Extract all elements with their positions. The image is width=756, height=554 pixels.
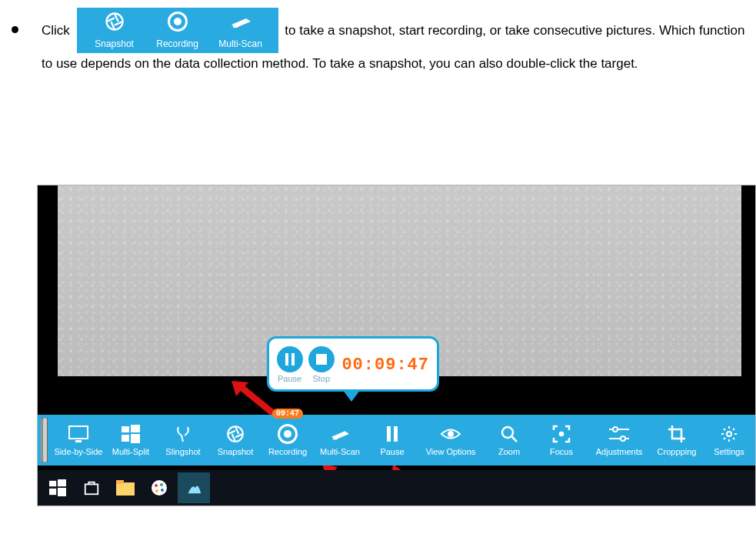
- paint-taskbar-icon[interactable]: [144, 472, 175, 503]
- svg-rect-27: [85, 484, 98, 494]
- pause-button[interactable]: Pause: [366, 415, 418, 466]
- slingshot-button[interactable]: Slingshot: [157, 415, 209, 466]
- start-button[interactable]: [42, 472, 73, 503]
- bullet: [12, 26, 18, 33]
- svg-rect-3: [291, 353, 295, 365]
- cropping-button[interactable]: Croppping: [651, 415, 703, 466]
- camera-aperture-icon: [104, 10, 125, 33]
- inline-recording-button[interactable]: Recording: [146, 10, 209, 53]
- magnifier-icon: [500, 422, 518, 446]
- pause-label: Pause: [380, 447, 404, 456]
- pause-icon: [277, 346, 303, 372]
- svg-rect-13: [387, 426, 391, 442]
- svg-rect-24: [58, 479, 66, 486]
- preview-thumbnail[interactable]: [41, 418, 48, 462]
- svg-point-22: [727, 432, 731, 436]
- windows-taskbar: [38, 470, 755, 506]
- multi-split-button[interactable]: Multi-Split: [105, 415, 157, 466]
- popup-stop-button[interactable]: Stop: [305, 346, 337, 383]
- explorer-taskbar-icon[interactable]: [110, 472, 141, 503]
- multi-scan-button[interactable]: Multi-Scan: [314, 415, 366, 466]
- focus-label: Focus: [550, 447, 573, 456]
- inline-snapshot-label: Snapshot: [95, 35, 134, 53]
- instruction-text: Click Snapshot: [42, 8, 748, 73]
- popup-pause-button[interactable]: Pause: [274, 346, 305, 383]
- side-by-side-icon: [68, 422, 88, 446]
- svg-rect-25: [49, 489, 56, 495]
- svg-rect-26: [58, 488, 66, 496]
- zoom-button[interactable]: Zoom: [483, 415, 535, 466]
- view-options-label: View Options: [426, 447, 476, 456]
- svg-point-15: [448, 432, 453, 436]
- zoom-label: Zoom: [498, 447, 520, 456]
- svg-point-11: [228, 426, 243, 442]
- settings-label: Settings: [714, 447, 744, 456]
- store-taskbar-icon[interactable]: [76, 472, 107, 503]
- popup-elapsed-time: 00:09:47: [341, 355, 429, 375]
- inline-multiscan-button[interactable]: Multi-Scan: [209, 10, 272, 53]
- camera-aperture-icon: [225, 422, 245, 446]
- scanner-icon: [229, 10, 252, 33]
- svg-rect-8: [131, 425, 140, 432]
- multi-split-label: Multi-Split: [112, 447, 149, 456]
- svg-rect-5: [69, 426, 88, 439]
- instruction-prefix: Click: [42, 23, 70, 38]
- inline-toolbar: Snapshot Recording: [77, 8, 278, 53]
- side-by-side-label: Side-by-Side: [55, 447, 103, 456]
- svg-point-31: [155, 484, 158, 487]
- svg-rect-9: [122, 435, 129, 442]
- main-toolbar: Side-by-Side Multi-Split Slingshot Snaps…: [38, 415, 755, 466]
- svg-rect-2: [285, 353, 288, 365]
- recording-popup: Pause Stop 00:09:47: [267, 336, 439, 392]
- snapshot-label: Snapshot: [218, 447, 253, 456]
- svg-point-19: [613, 427, 618, 432]
- inline-multiscan-label: Multi-Scan: [218, 35, 262, 53]
- slingshot-icon: [174, 422, 192, 446]
- popup-stop-label: Stop: [312, 374, 330, 383]
- svg-rect-4: [316, 354, 327, 365]
- svg-rect-6: [75, 440, 82, 442]
- crop-icon: [668, 422, 686, 446]
- screenshot-figure: Pause Stop 00:09:47: [37, 185, 756, 506]
- inline-snapshot-button[interactable]: Snapshot: [83, 10, 146, 53]
- svg-rect-1: [233, 26, 238, 28]
- svg-rect-23: [49, 481, 56, 486]
- windows-grid-icon: [122, 422, 140, 446]
- record-icon: [278, 422, 298, 446]
- svg-point-21: [621, 436, 625, 441]
- svg-point-33: [161, 489, 164, 492]
- cropping-label: Croppping: [658, 447, 697, 456]
- adjustments-label: Adjustments: [596, 447, 643, 456]
- svg-rect-29: [116, 480, 124, 484]
- svg-rect-7: [122, 426, 129, 432]
- focus-button[interactable]: Focus: [535, 415, 588, 466]
- pause-icon: [386, 422, 398, 446]
- focus-brackets-icon: [552, 422, 571, 446]
- svg-rect-12: [333, 439, 338, 440]
- svg-point-34: [155, 489, 158, 492]
- svg-rect-14: [394, 426, 398, 442]
- snapshot-button[interactable]: Snapshot: [209, 415, 261, 466]
- view-options-button[interactable]: View Options: [418, 415, 483, 466]
- side-by-side-button[interactable]: Side-by-Side: [52, 415, 105, 466]
- scanner-icon: [329, 422, 351, 446]
- svg-rect-28: [116, 482, 135, 496]
- settings-button[interactable]: Settings: [703, 415, 755, 466]
- svg-point-17: [560, 432, 563, 436]
- slingshot-label: Slingshot: [165, 447, 200, 456]
- sliders-icon: [609, 422, 629, 446]
- svg-point-32: [160, 483, 163, 486]
- recording-time-badge: 09:47: [272, 409, 303, 419]
- multi-scan-label: Multi-Scan: [320, 447, 360, 456]
- gear-icon: [720, 422, 738, 446]
- recording-button[interactable]: 09:47 Recording: [261, 415, 314, 466]
- svg-point-0: [106, 14, 122, 30]
- app-taskbar-icon[interactable]: [178, 472, 210, 503]
- eye-icon: [440, 422, 461, 446]
- stop-icon: [308, 346, 335, 372]
- inline-recording-label: Recording: [156, 35, 198, 53]
- svg-point-30: [152, 480, 167, 496]
- record-icon: [168, 10, 188, 33]
- svg-rect-10: [131, 434, 140, 443]
- adjustments-button[interactable]: Adjustments: [588, 415, 651, 466]
